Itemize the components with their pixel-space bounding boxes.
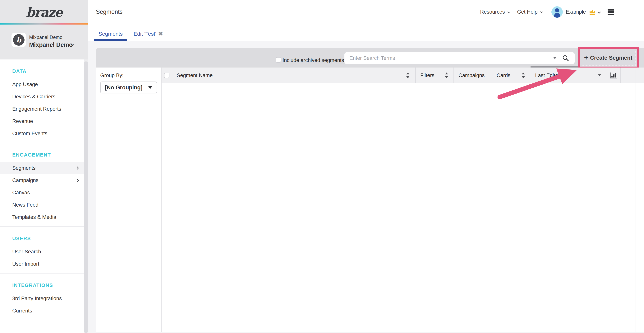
group-by-label: Group By: xyxy=(100,73,124,79)
search-icon[interactable] xyxy=(562,55,569,61)
segments-table-header: Segment Name Filters Campaigns Cards Las… xyxy=(162,68,644,83)
appboy-icon: b xyxy=(13,34,24,46)
tab-bar: Segments Edit 'Test' ✖ xyxy=(88,24,644,41)
sidebar-item-user-import[interactable]: User Import xyxy=(0,258,84,270)
tab-segments[interactable]: Segments xyxy=(98,31,123,37)
sidebar-scrollbar-thumb[interactable] xyxy=(84,61,88,333)
column-divider xyxy=(530,68,530,83)
search-input[interactable] xyxy=(344,52,574,64)
column-header-campaigns[interactable]: Campaigns xyxy=(458,68,485,83)
sidebar-section-data: DATA App Usage Devices & Carriers Engage… xyxy=(0,60,84,143)
search-dropdown-caret-icon[interactable] xyxy=(553,57,556,59)
sidebar-item-currents[interactable]: Currents xyxy=(0,305,84,317)
sidebar-item-custom-events[interactable]: Custom Events xyxy=(0,127,84,140)
tab-edit-test[interactable]: Edit 'Test' xyxy=(134,31,156,37)
sidebar-section-label: ENGAGEMENT xyxy=(0,152,84,158)
sidebar-section-label: USERS xyxy=(0,235,84,242)
active-tab-underline xyxy=(94,39,127,41)
annotation-highlight-box: + Create Segment xyxy=(578,47,639,69)
sidebar-item-3rd-party-integrations[interactable]: 3rd Party Integrations xyxy=(0,292,84,305)
chevron-right-icon xyxy=(76,167,79,170)
sidebar: DATA App Usage Devices & Carriers Engage… xyxy=(0,60,84,333)
braze-logo[interactable]: braze xyxy=(26,5,62,20)
sidebar-section-integrations: INTEGRATIONS 3rd Party Integrations Curr… xyxy=(0,273,84,317)
sidebar-item-news-feed[interactable]: News Feed xyxy=(0,199,84,211)
sort-icon[interactable] xyxy=(445,73,448,78)
avatar[interactable] xyxy=(552,6,563,18)
workspace-icon-tile: b xyxy=(12,33,26,47)
segments-table-body xyxy=(162,68,644,332)
include-archived-label: Include archived segments xyxy=(282,57,344,63)
hamburger-menu-icon[interactable] xyxy=(608,9,614,15)
chevron-right-icon xyxy=(76,179,79,182)
table-right-edge xyxy=(636,68,636,332)
close-icon[interactable]: ✖ xyxy=(158,31,163,37)
group-by-panel xyxy=(96,68,162,332)
chevron-down-icon xyxy=(508,10,510,13)
column-divider xyxy=(620,68,620,83)
sidebar-item-user-search[interactable]: User Search xyxy=(0,245,84,258)
column-divider xyxy=(492,68,492,83)
column-header-filters[interactable]: Filters xyxy=(420,68,434,83)
select-all-checkbox[interactable] xyxy=(164,73,170,78)
column-divider xyxy=(415,68,416,83)
column-divider xyxy=(607,68,608,83)
sidebar-item-segments[interactable]: Segments xyxy=(0,162,84,174)
column-divider xyxy=(172,68,172,83)
create-segment-button[interactable]: + Create Segment xyxy=(580,49,637,67)
crown-icon xyxy=(589,9,596,15)
sort-icon[interactable] xyxy=(522,73,525,78)
page-title: Segments xyxy=(96,9,123,15)
chevron-down-icon xyxy=(540,10,543,13)
workspace-switcher[interactable]: b Mixpanel Demo Mixpanel Demo xyxy=(0,25,88,60)
sidebar-item-engagement-reports[interactable]: Engagement Reports xyxy=(0,103,84,115)
group-by-select[interactable]: [No Grouping] xyxy=(100,82,157,93)
column-header-cards[interactable]: Cards xyxy=(496,68,510,83)
last-edited-caret-icon[interactable] xyxy=(598,74,601,76)
sidebar-item-revenue[interactable]: Revenue xyxy=(0,115,84,127)
chevron-down-icon xyxy=(148,86,152,89)
plus-icon: + xyxy=(584,54,588,61)
user-avatar-icon xyxy=(552,6,563,18)
user-name[interactable]: Example xyxy=(566,9,586,15)
sidebar-section-label: INTEGRATIONS xyxy=(0,282,84,288)
sidebar-item-templates-media[interactable]: Templates & Media xyxy=(0,211,84,223)
sidebar-section-users: USERS User Search User Import xyxy=(0,227,84,273)
chevron-down-icon[interactable] xyxy=(597,10,601,14)
analytics-chart-icon[interactable] xyxy=(610,72,618,79)
braze-logo-block: braze xyxy=(0,0,88,24)
get-help-menu[interactable]: Get Help xyxy=(517,9,542,15)
column-header-last-edited[interactable]: Last Edited xyxy=(535,68,561,83)
sort-icon[interactable] xyxy=(406,73,410,78)
resources-menu[interactable]: Resources xyxy=(480,9,510,15)
column-divider xyxy=(454,68,454,83)
workspace-company-name: Mixpanel Demo xyxy=(29,42,73,48)
sidebar-section-engagement: ENGAGEMENT Segments Campaigns Canvas New… xyxy=(0,143,84,227)
sidebar-item-app-usage[interactable]: App Usage xyxy=(0,78,84,91)
top-nav: Resources Get Help Example xyxy=(480,0,614,24)
workspace-app-name: Mixpanel Demo xyxy=(29,35,62,40)
sidebar-item-devices-carriers[interactable]: Devices & Carriers xyxy=(0,91,84,103)
sidebar-item-campaigns[interactable]: Campaigns xyxy=(0,174,84,186)
sidebar-section-label: DATA xyxy=(0,68,84,74)
sidebar-item-canvas[interactable]: Canvas xyxy=(0,186,84,199)
include-archived-checkbox[interactable] xyxy=(276,57,281,63)
column-header-segment-name[interactable]: Segment Name xyxy=(177,68,213,83)
